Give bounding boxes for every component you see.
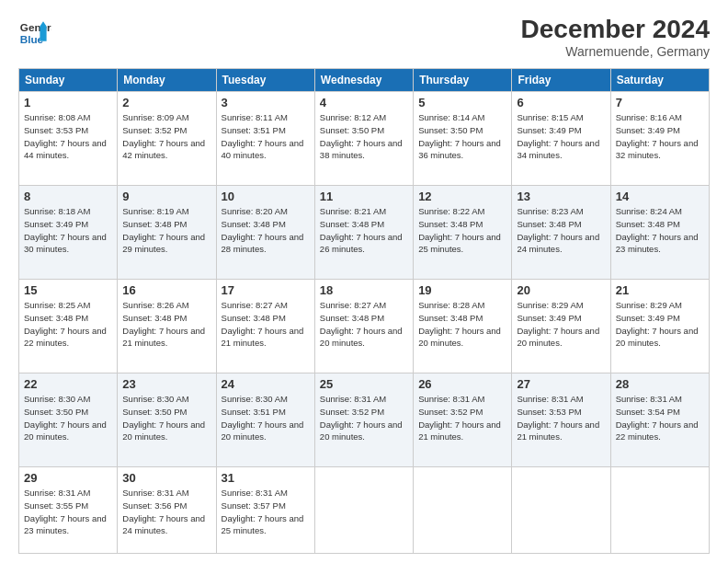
day-number: 13 [517, 190, 605, 203]
day-number: 24 [222, 377, 310, 391]
day-number: 6 [517, 96, 605, 109]
calendar-cell: 20 Sunrise: 8:29 AM Sunset: 3:49 PM Dayl… [512, 280, 610, 373]
calendar-table: SundayMondayTuesdayWednesdayThursdayFrid… [18, 68, 710, 554]
day-number: 4 [320, 96, 408, 109]
calendar-cell: 16 Sunrise: 8:26 AM Sunset: 3:48 PM Dayl… [118, 280, 216, 373]
day-info: Sunrise: 8:31 AM Sunset: 3:54 PM Dayligh… [616, 393, 704, 443]
day-number: 11 [320, 190, 408, 203]
calendar-cell: 4 Sunrise: 8:12 AM Sunset: 3:50 PM Dayli… [314, 92, 413, 186]
day-number: 15 [24, 283, 112, 297]
weekday-header: Monday [118, 69, 216, 92]
calendar-cell: 15 Sunrise: 8:25 AM Sunset: 3:48 PM Dayl… [19, 280, 118, 373]
day-number: 2 [122, 96, 210, 109]
calendar-week-row: 15 Sunrise: 8:25 AM Sunset: 3:48 PM Dayl… [19, 280, 710, 373]
calendar-cell: 26 Sunrise: 8:31 AM Sunset: 3:52 PM Dayl… [414, 373, 512, 467]
day-info: Sunrise: 8:29 AM Sunset: 3:49 PM Dayligh… [517, 299, 605, 350]
day-info: Sunrise: 8:23 AM Sunset: 3:48 PM Dayligh… [517, 205, 605, 256]
calendar-cell [314, 467, 413, 554]
day-info: Sunrise: 8:24 AM Sunset: 3:48 PM Dayligh… [616, 205, 704, 256]
calendar-cell: 1 Sunrise: 8:08 AM Sunset: 3:53 PM Dayli… [19, 92, 118, 186]
calendar-cell: 28 Sunrise: 8:31 AM Sunset: 3:54 PM Dayl… [610, 373, 709, 467]
calendar-cell: 7 Sunrise: 8:16 AM Sunset: 3:49 PM Dayli… [610, 92, 709, 186]
calendar-cell: 8 Sunrise: 8:18 AM Sunset: 3:49 PM Dayli… [19, 186, 118, 280]
day-info: Sunrise: 8:09 AM Sunset: 3:52 PM Dayligh… [122, 111, 210, 162]
day-info: Sunrise: 8:31 AM Sunset: 3:56 PM Dayligh… [122, 487, 210, 537]
day-number: 31 [222, 471, 310, 485]
logo-icon: General Blue [18, 15, 51, 48]
weekday-header: Tuesday [216, 69, 314, 92]
day-info: Sunrise: 8:12 AM Sunset: 3:50 PM Dayligh… [320, 111, 408, 162]
day-info: Sunrise: 8:27 AM Sunset: 3:48 PM Dayligh… [320, 299, 408, 350]
day-info: Sunrise: 8:14 AM Sunset: 3:50 PM Dayligh… [418, 111, 506, 162]
day-number: 30 [122, 471, 210, 485]
calendar-cell: 2 Sunrise: 8:09 AM Sunset: 3:52 PM Dayli… [118, 92, 216, 186]
calendar-cell: 17 Sunrise: 8:27 AM Sunset: 3:48 PM Dayl… [216, 280, 314, 373]
day-number: 5 [418, 96, 506, 109]
day-number: 29 [24, 471, 112, 485]
calendar-cell: 18 Sunrise: 8:27 AM Sunset: 3:48 PM Dayl… [314, 280, 413, 373]
calendar-cell: 10 Sunrise: 8:20 AM Sunset: 3:48 PM Dayl… [216, 186, 314, 280]
day-info: Sunrise: 8:21 AM Sunset: 3:48 PM Dayligh… [320, 205, 408, 256]
day-info: Sunrise: 8:30 AM Sunset: 3:51 PM Dayligh… [222, 393, 310, 443]
day-info: Sunrise: 8:20 AM Sunset: 3:48 PM Dayligh… [222, 205, 310, 256]
day-info: Sunrise: 8:31 AM Sunset: 3:57 PM Dayligh… [222, 487, 310, 537]
calendar-week-row: 29 Sunrise: 8:31 AM Sunset: 3:55 PM Dayl… [19, 467, 710, 554]
day-info: Sunrise: 8:25 AM Sunset: 3:48 PM Dayligh… [24, 299, 112, 350]
calendar-cell: 23 Sunrise: 8:30 AM Sunset: 3:50 PM Dayl… [118, 373, 216, 467]
day-info: Sunrise: 8:22 AM Sunset: 3:48 PM Dayligh… [418, 205, 506, 256]
calendar-week-row: 22 Sunrise: 8:30 AM Sunset: 3:50 PM Dayl… [19, 373, 710, 467]
calendar-cell: 27 Sunrise: 8:31 AM Sunset: 3:53 PM Dayl… [512, 373, 610, 467]
calendar-cell: 11 Sunrise: 8:21 AM Sunset: 3:48 PM Dayl… [314, 186, 413, 280]
calendar-cell: 5 Sunrise: 8:14 AM Sunset: 3:50 PM Dayli… [414, 92, 512, 186]
day-info: Sunrise: 8:08 AM Sunset: 3:53 PM Dayligh… [24, 111, 112, 162]
calendar-cell: 30 Sunrise: 8:31 AM Sunset: 3:56 PM Dayl… [118, 467, 216, 554]
calendar-body: 1 Sunrise: 8:08 AM Sunset: 3:53 PM Dayli… [19, 92, 710, 554]
weekday-header: Sunday [19, 69, 118, 92]
day-number: 28 [616, 377, 704, 391]
day-number: 27 [517, 377, 605, 391]
day-number: 9 [122, 190, 210, 203]
day-number: 19 [418, 283, 506, 297]
logo: General Blue [18, 15, 51, 48]
day-number: 1 [24, 96, 112, 109]
day-info: Sunrise: 8:30 AM Sunset: 3:50 PM Dayligh… [24, 393, 112, 443]
title-block: December 2024 Warnemuende, Germany [521, 15, 710, 59]
day-info: Sunrise: 8:26 AM Sunset: 3:48 PM Dayligh… [122, 299, 210, 350]
calendar-cell [414, 467, 512, 554]
weekday-header: Friday [512, 69, 610, 92]
calendar-cell: 21 Sunrise: 8:29 AM Sunset: 3:49 PM Dayl… [610, 280, 709, 373]
calendar-week-row: 8 Sunrise: 8:18 AM Sunset: 3:49 PM Dayli… [19, 186, 710, 280]
month-title: December 2024 [521, 15, 710, 44]
day-info: Sunrise: 8:31 AM Sunset: 3:53 PM Dayligh… [517, 393, 605, 443]
day-number: 20 [517, 283, 605, 297]
calendar-cell [512, 467, 610, 554]
weekday-header: Saturday [610, 69, 709, 92]
day-number: 8 [24, 190, 112, 203]
location: Warnemuende, Germany [521, 44, 710, 59]
day-info: Sunrise: 8:27 AM Sunset: 3:48 PM Dayligh… [222, 299, 310, 350]
day-number: 26 [418, 377, 506, 391]
day-info: Sunrise: 8:18 AM Sunset: 3:49 PM Dayligh… [24, 205, 112, 256]
calendar-week-row: 1 Sunrise: 8:08 AM Sunset: 3:53 PM Dayli… [19, 92, 710, 186]
calendar-cell: 31 Sunrise: 8:31 AM Sunset: 3:57 PM Dayl… [216, 467, 314, 554]
page-header: General Blue December 2024 Warnemuende, … [18, 15, 710, 59]
day-info: Sunrise: 8:30 AM Sunset: 3:50 PM Dayligh… [122, 393, 210, 443]
day-info: Sunrise: 8:16 AM Sunset: 3:49 PM Dayligh… [616, 111, 704, 162]
day-info: Sunrise: 8:29 AM Sunset: 3:49 PM Dayligh… [616, 299, 704, 350]
weekday-header: Wednesday [314, 69, 413, 92]
day-number: 7 [616, 96, 704, 109]
calendar-cell: 12 Sunrise: 8:22 AM Sunset: 3:48 PM Dayl… [414, 186, 512, 280]
calendar-cell: 24 Sunrise: 8:30 AM Sunset: 3:51 PM Dayl… [216, 373, 314, 467]
day-info: Sunrise: 8:31 AM Sunset: 3:52 PM Dayligh… [320, 393, 408, 443]
day-number: 21 [616, 283, 704, 297]
day-number: 12 [418, 190, 506, 203]
weekday-header: Thursday [414, 69, 512, 92]
day-number: 3 [222, 96, 310, 109]
day-info: Sunrise: 8:31 AM Sunset: 3:55 PM Dayligh… [24, 487, 112, 537]
calendar-cell: 3 Sunrise: 8:11 AM Sunset: 3:51 PM Dayli… [216, 92, 314, 186]
calendar-cell: 25 Sunrise: 8:31 AM Sunset: 3:52 PM Dayl… [314, 373, 413, 467]
day-number: 25 [320, 377, 408, 391]
calendar-cell: 13 Sunrise: 8:23 AM Sunset: 3:48 PM Dayl… [512, 186, 610, 280]
day-number: 23 [122, 377, 210, 391]
day-info: Sunrise: 8:28 AM Sunset: 3:48 PM Dayligh… [418, 299, 506, 350]
